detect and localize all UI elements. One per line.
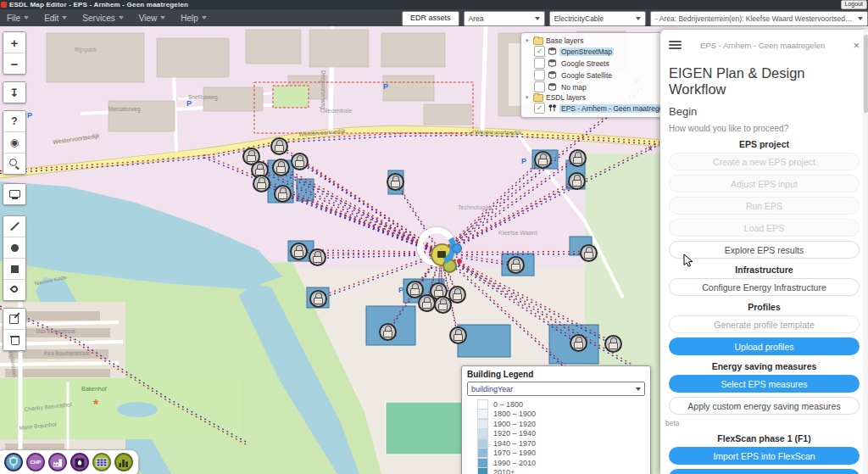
layer-checkbox[interactable] (534, 81, 545, 92)
draw-circle-button[interactable] (3, 237, 25, 259)
layer-row-google-satellite[interactable]: Google Satellite (534, 70, 658, 81)
legend-item: 2010+ (467, 468, 645, 474)
building-stats-icon (116, 455, 131, 469)
legend-swatch (477, 467, 488, 474)
legend-item-label: 2010+ (493, 468, 515, 474)
workflow-panel-header: EPS - Arnhem - Geen maatregelen × (669, 33, 860, 57)
asset-gas-button[interactable] (70, 453, 89, 471)
asset-chp-button[interactable]: CHP (26, 453, 45, 471)
zoom-out-button[interactable] (3, 53, 25, 74)
legend-item: 0 – 1800 (467, 399, 645, 410)
layer-checkbox[interactable] (534, 70, 545, 81)
load-flexscan-f1-button[interactable]: Load FlexScan F1 (669, 469, 860, 474)
legend-item-label: 0 – 1800 (493, 400, 523, 409)
area-select[interactable]: Area (464, 11, 545, 26)
chevron-down-icon (24, 16, 29, 20)
screen-button[interactable] (3, 184, 25, 204)
toolbar-group (3, 183, 26, 205)
building-marker[interactable] (449, 326, 467, 344)
legend-item-label: 1900 – 1920 (493, 420, 536, 428)
section-header-eps-project: EPS project (669, 139, 860, 149)
draw-marker-icon (8, 284, 20, 296)
panel-scrollbar[interactable] (863, 30, 868, 474)
hamburger-menu-icon[interactable] (669, 41, 682, 49)
building-marker[interactable] (570, 334, 587, 352)
download-button[interactable] (3, 82, 25, 103)
toolbar-group (3, 110, 26, 175)
map-label-snelliusweg: Snelliusweg (188, 94, 218, 100)
configure-energy-infrastructure-button[interactable]: Configure Energy Infrastructure (669, 278, 860, 296)
building-marker[interactable] (253, 175, 270, 192)
building-marker[interactable] (418, 294, 436, 312)
folder-icon (533, 94, 543, 102)
draw-rectangle-button[interactable] (3, 259, 25, 280)
building-marker[interactable] (580, 244, 598, 262)
esdl-layer-icon (548, 103, 557, 113)
edit-button[interactable] (3, 309, 25, 330)
locate-button[interactable] (3, 132, 25, 153)
building-marker[interactable] (309, 290, 327, 308)
close-icon[interactable]: × (853, 40, 860, 51)
select-eps-measures-button[interactable]: Select EPS measures (669, 375, 860, 393)
legend-swatch (477, 438, 488, 449)
draw-polyline-button[interactable] (3, 216, 25, 237)
chevron-down-icon (535, 17, 540, 20)
building-marker[interactable] (387, 173, 404, 191)
building-marker[interactable] (309, 248, 326, 266)
tree-expander-icon[interactable]: ▾ (526, 94, 531, 101)
building-marker[interactable] (534, 151, 552, 169)
layer-checkbox[interactable] (534, 58, 545, 69)
legend-item: 1990 – 2010 (467, 458, 645, 468)
menu-services[interactable]: Services (82, 14, 123, 23)
scrollbar-thumb[interactable] (864, 35, 868, 113)
menu-edit[interactable]: Edit (44, 14, 67, 23)
layer-row-google-streets[interactable]: Google Streets (534, 58, 658, 69)
zoom-in-button[interactable] (3, 32, 25, 53)
layer-checkbox[interactable]: ✓ (534, 46, 545, 57)
area-detail-select[interactable]: - Area: Bedrijventerrein(en): Kleefse Wa… (650, 11, 868, 26)
create-a-new-eps-project-button: Create a new EPS project (669, 153, 860, 170)
building-marker[interactable] (568, 172, 586, 190)
logout-button[interactable]: Logout (841, 0, 867, 9)
menu-help[interactable]: Help (181, 14, 207, 23)
apply-custom-energy-saving-measures-button[interactable]: Apply custom energy saving measures (669, 397, 860, 415)
help-button[interactable] (3, 111, 25, 132)
asset-type-select[interactable]: ElectricityCable (549, 11, 646, 26)
building-marker[interactable] (270, 137, 288, 155)
upload-profiles-button[interactable]: Upload profiles (669, 337, 860, 355)
window-title: ESDL Map Editor - EPS - Arnhem - Geen ma… (9, 0, 188, 9)
building-marker[interactable] (604, 335, 622, 353)
building-marker[interactable] (274, 185, 292, 203)
tree-expander-icon[interactable]: ▾ (526, 37, 531, 44)
building-marker[interactable] (507, 256, 525, 274)
generate-profile-template-button[interactable]: Generate profile template (669, 315, 860, 333)
building-marker[interactable] (291, 153, 309, 170)
legend-attribute-select[interactable]: buildingYear (467, 382, 645, 396)
building-marker[interactable] (272, 159, 290, 176)
delete-button[interactable] (3, 330, 25, 350)
layer-row-eps-arnhem-geen-maatregelen[interactable]: ✓EPS - Arnhem - Geen maatregelen (534, 103, 658, 114)
asset-lightbulb-button[interactable] (4, 453, 23, 471)
legend-item: 1940 – 1970 (467, 438, 645, 449)
building-marker[interactable] (379, 323, 397, 341)
building-marker[interactable] (569, 149, 587, 167)
legend-swatch (477, 409, 488, 419)
explore-eps-results-button[interactable]: Explore EPS results (669, 241, 860, 259)
legend-swatch (477, 428, 488, 438)
asset-factory-button[interactable] (48, 453, 67, 471)
asset-building-stats-button[interactable] (114, 453, 133, 471)
layer-checkbox[interactable]: ✓ (534, 103, 545, 114)
layer-row-openstreetmap[interactable]: ✓OpenStreetMap (534, 46, 658, 57)
layer-row-no-map[interactable]: No map (534, 81, 658, 92)
import-eps-into-flexscan-button[interactable]: Import EPS into FlexScan (669, 447, 860, 465)
chp-label: CHP (31, 460, 42, 465)
asset-solar-panel-button[interactable] (92, 453, 111, 471)
edr-assets-button[interactable]: EDR assets (402, 11, 459, 26)
building-marker[interactable] (434, 296, 452, 314)
building-marker[interactable] (290, 243, 308, 260)
menu-view[interactable]: View (139, 14, 166, 23)
draw-marker-button[interactable] (3, 280, 25, 300)
menu-right-controls: EDR assets Area ElectricityCable - Area:… (402, 11, 868, 26)
menu-file[interactable]: File (7, 14, 29, 23)
search-button[interactable] (3, 153, 25, 174)
